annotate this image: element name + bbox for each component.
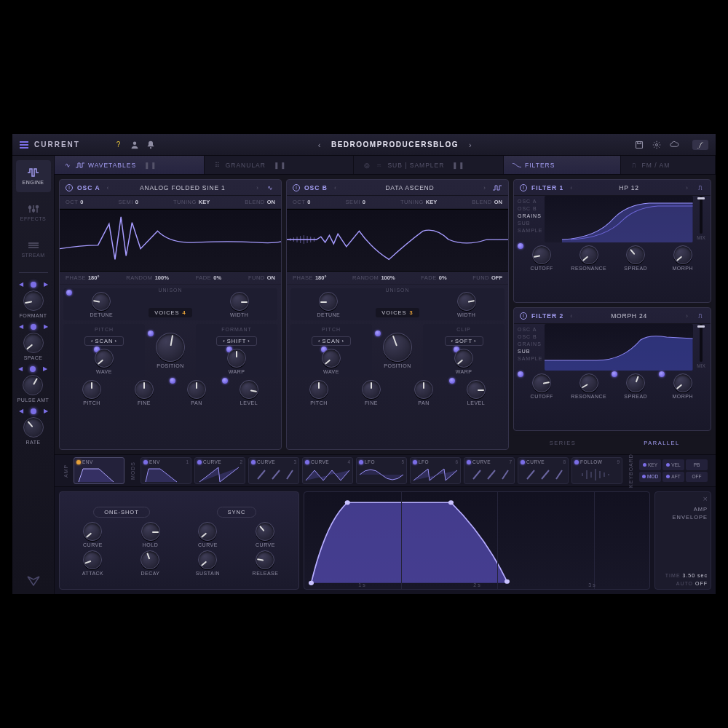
macro-knob-rate[interactable] [23,417,44,438]
osc-a-blend[interactable]: BLENDON [245,199,275,205]
osc-b-preset[interactable]: DATA ASCEND [343,184,477,191]
osc-b-oct[interactable]: OCT0 [293,199,311,205]
osc-a-semi[interactable]: SEMI0 [119,199,139,205]
fine-knob[interactable] [135,380,154,399]
resonance-knob[interactable] [579,373,598,392]
mod-curve-2[interactable]: CURVE2 [194,457,245,484]
osc-a-phase[interactable]: PHASE180° [66,274,99,281]
tab-sub-sampler[interactable]: ◎ ⎓ SUB | SAMPLER ❚❚ [354,156,504,174]
mod-slot[interactable] [612,371,617,377]
oneshot-toggle[interactable]: ONE-SHOT [93,507,150,518]
mod-slot[interactable] [31,408,36,414]
tab-fm-am[interactable]: ⎍ FM / AM [621,156,716,174]
mod-slot[interactable] [66,290,72,296]
square-icon[interactable] [492,184,502,191]
osc-b-fade[interactable]: FADE0% [421,274,446,281]
info-icon[interactable]: i [520,312,527,320]
mod-follow-9[interactable]: FOLLOW9 [571,457,622,484]
sustain-knob[interactable] [198,550,217,569]
mod-amp-env[interactable]: ENV [74,457,124,484]
kbd-key[interactable]: KEY [639,459,661,470]
kbd-off[interactable]: OFF [686,472,708,483]
mod-curve-3[interactable]: CURVE3 [248,457,299,484]
warp-knob[interactable] [227,349,246,368]
pan-knob[interactable] [187,380,206,399]
resonance-knob[interactable] [579,245,598,264]
pitch-mode-select[interactable]: ‹SCAN› [84,336,124,346]
tab-filters[interactable]: FILTERS [504,156,621,174]
macro-slot-icon[interactable]: 𝑓 [692,140,708,150]
info-icon[interactable]: i [66,184,73,191]
kbd-vel[interactable]: VEL [662,459,684,470]
filter2-type[interactable]: MORPH 24 [579,312,679,320]
level-knob[interactable] [240,380,258,399]
preset-next-icon[interactable]: › [469,141,472,149]
osc-b-semi[interactable]: SEMI0 [346,199,366,205]
mod-slot[interactable] [222,378,228,384]
power-icon[interactable]: ❚❚ [452,162,465,169]
cutoff-knob[interactable] [532,245,551,264]
mod-slot[interactable] [170,378,175,384]
env-auto[interactable]: AUTO OFF [658,581,708,586]
decay-curve-knob[interactable] [198,522,217,541]
user-icon[interactable] [130,140,140,150]
mod-lfo-5[interactable]: LFO5 [356,457,407,484]
pitch-knob[interactable] [309,380,328,399]
tab-granular[interactable]: ⠿ GRANULAR ❚❚ [205,156,355,174]
osc-b-fund[interactable]: FUNDOFF [472,274,502,281]
mod-curve-8[interactable]: CURVE8 [518,457,569,484]
osc-a-fade[interactable]: FADE0% [196,274,221,281]
position-knob[interactable] [383,333,412,362]
morph-knob[interactable] [673,245,692,264]
osc-preset-next-icon[interactable]: › [254,184,261,191]
f1-src-sub[interactable]: SUB [518,220,542,226]
macro-prev-icon[interactable]: ◀ [19,281,23,288]
pitch-mode-select[interactable]: ‹SCAN› [312,336,351,346]
mod-slot[interactable] [31,282,36,288]
f2-src-oscb[interactable]: OSC B [518,333,542,340]
routing-series[interactable]: SERIES [513,436,612,450]
help-icon[interactable]: ? [114,140,124,150]
f2-src-sample[interactable]: SAMPLE [518,355,542,362]
attack-knob[interactable] [83,550,102,569]
rail-tab-effects[interactable]: EFFECTS [16,197,51,229]
clip-mode-select[interactable]: ‹SOFT› [445,336,483,346]
f1-src-sample[interactable]: SAMPLE [518,227,542,234]
mod-env-1[interactable]: ENV1 [141,457,191,484]
info-icon[interactable]: i [520,184,527,191]
osc-b-tuning[interactable]: TUNINGKEY [400,199,437,205]
kbd-aft[interactable]: AFT [662,472,684,483]
cloud-icon[interactable] [669,140,679,150]
formant-mode-select[interactable]: ‹SHIFT› [216,336,257,346]
close-icon[interactable]: × [703,495,708,502]
f1-src-oscb[interactable]: OSC B [518,205,542,212]
hold-knob[interactable] [141,522,160,541]
decay-knob[interactable] [141,550,159,569]
osc-a-tuning[interactable]: TUNINGKEY [173,199,210,205]
mod-slot[interactable] [659,371,665,377]
osc-a-scope[interactable] [60,209,281,272]
filter2-graph[interactable] [545,324,693,371]
rail-tab-engine[interactable]: ENGINE [16,160,51,192]
bell-icon[interactable] [146,140,156,150]
macro-knob-formant[interactable] [23,290,44,311]
wave-knob[interactable] [95,349,114,368]
kbd-mod[interactable]: MOD [639,472,661,483]
filter1-graph[interactable] [545,196,693,242]
rail-tab-stream[interactable]: STREAM [16,233,51,265]
release-curve-knob[interactable] [256,522,274,541]
macro-knob-pulse-amt[interactable] [23,375,43,395]
filter-icon[interactable]: ⎍ [695,184,705,191]
voices-selector[interactable]: VOICES4 [149,308,192,317]
macro-next-icon[interactable]: ▶ [44,281,48,288]
detune-knob[interactable] [92,292,111,311]
mod-curve-7[interactable]: CURVE7 [464,457,515,484]
morph-knob[interactable] [673,373,692,392]
mod-slot[interactable] [31,324,36,330]
osc-b-random[interactable]: RANDOM100% [352,274,395,281]
power-icon[interactable]: ❚❚ [274,162,287,169]
mod-slot[interactable] [518,371,523,377]
fine-knob[interactable] [362,380,381,399]
mod-slot[interactable] [449,378,455,384]
osc-b-blend[interactable]: BLENDON [472,199,502,205]
